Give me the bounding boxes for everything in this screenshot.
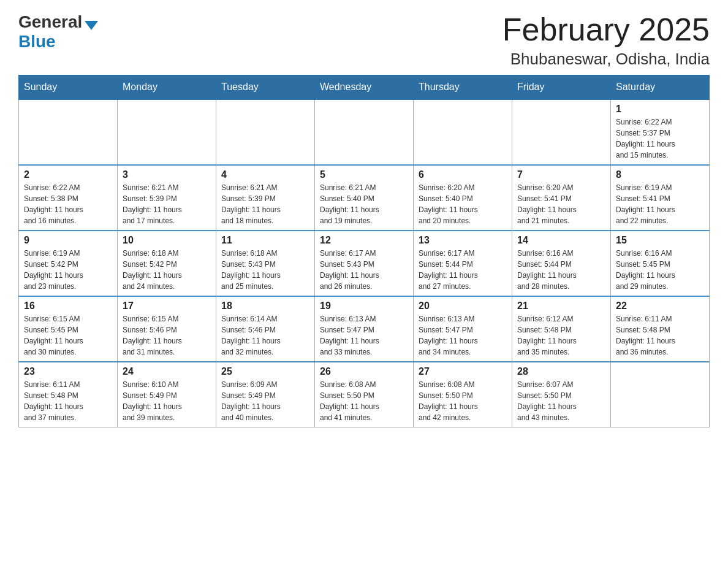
day-number: 1 bbox=[616, 104, 704, 115]
weekday-header-saturday: Saturday bbox=[611, 75, 710, 100]
day-number: 17 bbox=[123, 301, 211, 312]
calendar-cell: 26Sunrise: 6:08 AM Sunset: 5:50 PM Dayli… bbox=[315, 362, 414, 427]
calendar-cell: 12Sunrise: 6:17 AM Sunset: 5:43 PM Dayli… bbox=[315, 231, 414, 296]
calendar-cell: 11Sunrise: 6:18 AM Sunset: 5:43 PM Dayli… bbox=[216, 231, 315, 296]
day-info: Sunrise: 6:08 AM Sunset: 5:50 PM Dayligh… bbox=[419, 379, 507, 423]
day-number: 18 bbox=[221, 301, 309, 312]
day-number: 16 bbox=[24, 301, 112, 312]
day-number: 6 bbox=[419, 169, 507, 180]
day-number: 28 bbox=[517, 366, 605, 377]
day-info: Sunrise: 6:19 AM Sunset: 5:42 PM Dayligh… bbox=[24, 248, 112, 292]
day-number: 8 bbox=[616, 169, 704, 180]
calendar-cell: 4Sunrise: 6:21 AM Sunset: 5:39 PM Daylig… bbox=[216, 165, 315, 231]
calendar-subtitle: Bhubaneswar, Odisha, India bbox=[502, 50, 710, 69]
calendar-cell bbox=[315, 99, 414, 165]
day-number: 24 bbox=[123, 366, 211, 377]
weekday-header-tuesday: Tuesday bbox=[216, 75, 315, 100]
logo: General Blue bbox=[18, 12, 98, 52]
calendar-cell bbox=[512, 99, 611, 165]
day-info: Sunrise: 6:10 AM Sunset: 5:49 PM Dayligh… bbox=[123, 379, 211, 423]
day-info: Sunrise: 6:22 AM Sunset: 5:38 PM Dayligh… bbox=[24, 182, 112, 226]
day-number: 22 bbox=[616, 301, 704, 312]
calendar-cell: 28Sunrise: 6:07 AM Sunset: 5:50 PM Dayli… bbox=[512, 362, 611, 427]
day-number: 21 bbox=[517, 301, 605, 312]
week-row-5: 23Sunrise: 6:11 AM Sunset: 5:48 PM Dayli… bbox=[19, 362, 710, 427]
day-info: Sunrise: 6:12 AM Sunset: 5:48 PM Dayligh… bbox=[517, 313, 605, 358]
day-number: 19 bbox=[320, 301, 408, 312]
calendar-cell: 13Sunrise: 6:17 AM Sunset: 5:44 PM Dayli… bbox=[414, 231, 512, 296]
calendar-cell: 10Sunrise: 6:18 AM Sunset: 5:42 PM Dayli… bbox=[118, 231, 216, 296]
calendar-cell: 21Sunrise: 6:12 AM Sunset: 5:48 PM Dayli… bbox=[512, 296, 611, 362]
calendar-cell: 6Sunrise: 6:20 AM Sunset: 5:40 PM Daylig… bbox=[414, 165, 512, 231]
calendar-cell: 16Sunrise: 6:15 AM Sunset: 5:45 PM Dayli… bbox=[19, 296, 118, 362]
day-info: Sunrise: 6:20 AM Sunset: 5:41 PM Dayligh… bbox=[517, 182, 605, 226]
day-info: Sunrise: 6:16 AM Sunset: 5:44 PM Dayligh… bbox=[517, 248, 605, 292]
day-number: 15 bbox=[616, 235, 704, 246]
weekday-header-sunday: Sunday bbox=[19, 75, 118, 100]
day-number: 23 bbox=[24, 366, 112, 377]
day-info: Sunrise: 6:15 AM Sunset: 5:46 PM Dayligh… bbox=[123, 313, 211, 358]
calendar-cell: 17Sunrise: 6:15 AM Sunset: 5:46 PM Dayli… bbox=[118, 296, 216, 362]
calendar-cell: 18Sunrise: 6:14 AM Sunset: 5:46 PM Dayli… bbox=[216, 296, 315, 362]
day-number: 7 bbox=[517, 169, 605, 180]
logo-triangle-icon bbox=[85, 21, 98, 30]
day-info: Sunrise: 6:18 AM Sunset: 5:42 PM Dayligh… bbox=[123, 248, 211, 292]
weekday-header-row: SundayMondayTuesdayWednesdayThursdayFrid… bbox=[19, 75, 710, 100]
calendar-cell: 23Sunrise: 6:11 AM Sunset: 5:48 PM Dayli… bbox=[19, 362, 118, 427]
day-number: 13 bbox=[419, 235, 507, 246]
day-number: 12 bbox=[320, 235, 408, 246]
day-number: 3 bbox=[123, 169, 211, 180]
day-number: 11 bbox=[221, 235, 309, 246]
day-number: 25 bbox=[221, 366, 309, 377]
day-info: Sunrise: 6:08 AM Sunset: 5:50 PM Dayligh… bbox=[320, 379, 408, 423]
day-number: 20 bbox=[419, 301, 507, 312]
day-info: Sunrise: 6:21 AM Sunset: 5:40 PM Dayligh… bbox=[320, 182, 408, 226]
calendar-cell bbox=[611, 362, 710, 427]
week-row-3: 9Sunrise: 6:19 AM Sunset: 5:42 PM Daylig… bbox=[19, 231, 710, 296]
calendar-cell: 20Sunrise: 6:13 AM Sunset: 5:47 PM Dayli… bbox=[414, 296, 512, 362]
day-info: Sunrise: 6:21 AM Sunset: 5:39 PM Dayligh… bbox=[123, 182, 211, 226]
logo-blue-row: Blue bbox=[18, 32, 98, 52]
day-info: Sunrise: 6:14 AM Sunset: 5:46 PM Dayligh… bbox=[221, 313, 309, 358]
logo-general-text: General bbox=[18, 12, 82, 32]
calendar-cell: 2Sunrise: 6:22 AM Sunset: 5:38 PM Daylig… bbox=[19, 165, 118, 231]
day-number: 27 bbox=[419, 366, 507, 377]
day-info: Sunrise: 6:11 AM Sunset: 5:48 PM Dayligh… bbox=[24, 379, 112, 423]
calendar-cell: 19Sunrise: 6:13 AM Sunset: 5:47 PM Dayli… bbox=[315, 296, 414, 362]
day-number: 14 bbox=[517, 235, 605, 246]
day-info: Sunrise: 6:09 AM Sunset: 5:49 PM Dayligh… bbox=[221, 379, 309, 423]
weekday-header-monday: Monday bbox=[118, 75, 216, 100]
calendar-cell: 14Sunrise: 6:16 AM Sunset: 5:44 PM Dayli… bbox=[512, 231, 611, 296]
day-info: Sunrise: 6:22 AM Sunset: 5:37 PM Dayligh… bbox=[616, 117, 704, 161]
day-number: 4 bbox=[221, 169, 309, 180]
day-info: Sunrise: 6:13 AM Sunset: 5:47 PM Dayligh… bbox=[320, 313, 408, 358]
calendar-cell: 24Sunrise: 6:10 AM Sunset: 5:49 PM Dayli… bbox=[118, 362, 216, 427]
weekday-header-wednesday: Wednesday bbox=[315, 75, 414, 100]
calendar-cell: 25Sunrise: 6:09 AM Sunset: 5:49 PM Dayli… bbox=[216, 362, 315, 427]
day-info: Sunrise: 6:20 AM Sunset: 5:40 PM Dayligh… bbox=[419, 182, 507, 226]
day-info: Sunrise: 6:17 AM Sunset: 5:44 PM Dayligh… bbox=[419, 248, 507, 292]
day-number: 10 bbox=[123, 235, 211, 246]
day-info: Sunrise: 6:17 AM Sunset: 5:43 PM Dayligh… bbox=[320, 248, 408, 292]
calendar-cell: 7Sunrise: 6:20 AM Sunset: 5:41 PM Daylig… bbox=[512, 165, 611, 231]
week-row-4: 16Sunrise: 6:15 AM Sunset: 5:45 PM Dayli… bbox=[19, 296, 710, 362]
day-info: Sunrise: 6:18 AM Sunset: 5:43 PM Dayligh… bbox=[221, 248, 309, 292]
logo-blue-text: Blue bbox=[18, 32, 56, 51]
calendar-cell: 9Sunrise: 6:19 AM Sunset: 5:42 PM Daylig… bbox=[19, 231, 118, 296]
day-number: 9 bbox=[24, 235, 112, 246]
day-info: Sunrise: 6:13 AM Sunset: 5:47 PM Dayligh… bbox=[419, 313, 507, 358]
day-info: Sunrise: 6:16 AM Sunset: 5:45 PM Dayligh… bbox=[616, 248, 704, 292]
weekday-header-friday: Friday bbox=[512, 75, 611, 100]
day-info: Sunrise: 6:15 AM Sunset: 5:45 PM Dayligh… bbox=[24, 313, 112, 358]
day-info: Sunrise: 6:19 AM Sunset: 5:41 PM Dayligh… bbox=[616, 182, 704, 226]
day-number: 26 bbox=[320, 366, 408, 377]
title-area: February 2025 Bhubaneswar, Odisha, India bbox=[502, 12, 710, 69]
calendar-cell: 27Sunrise: 6:08 AM Sunset: 5:50 PM Dayli… bbox=[414, 362, 512, 427]
day-info: Sunrise: 6:21 AM Sunset: 5:39 PM Dayligh… bbox=[221, 182, 309, 226]
logo-row1: General bbox=[18, 12, 98, 32]
calendar-cell: 3Sunrise: 6:21 AM Sunset: 5:39 PM Daylig… bbox=[118, 165, 216, 231]
day-info: Sunrise: 6:11 AM Sunset: 5:48 PM Dayligh… bbox=[616, 313, 704, 358]
day-number: 5 bbox=[320, 169, 408, 180]
day-number: 2 bbox=[24, 169, 112, 180]
day-info: Sunrise: 6:07 AM Sunset: 5:50 PM Dayligh… bbox=[517, 379, 605, 423]
